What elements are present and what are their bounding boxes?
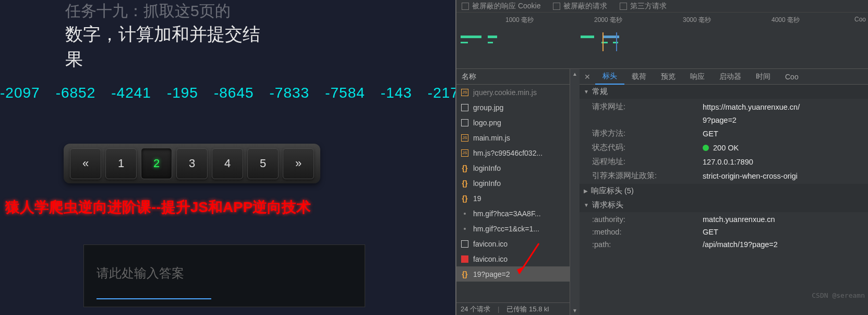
request-row[interactable]: JSjquery.cookie.min.js [456, 85, 570, 100]
tab-预览[interactable]: 预览 [654, 69, 683, 85]
request-name: hm.gif?cc=1&ck=1... [473, 225, 539, 233]
tab-时间[interactable]: 时间 [749, 69, 778, 85]
kv-row: 请求网址:https://match.yuanrenxue.cn/ [580, 100, 868, 114]
kv-row: :authority:match.yuanrenxue.cn [580, 213, 868, 226]
scrollbar[interactable]: ▲ ▼ [570, 69, 580, 315]
number-value: -143 [381, 85, 412, 101]
json-file-icon: {} [461, 270, 469, 278]
kv-value: 200 OK [703, 143, 739, 153]
checkbox-icon [462, 3, 469, 10]
number-value: -6852 [56, 85, 96, 101]
image-file-icon [461, 103, 469, 112]
kv-value: 9?page=2 [703, 116, 737, 124]
timeline-extra: Coo [854, 16, 866, 23]
scroll-down-icon[interactable]: ▼ [570, 306, 580, 315]
tab-Coo[interactable]: Coo [778, 69, 806, 85]
kv-row: 远程地址:127.0.0.1:7890 [580, 155, 868, 169]
kv-key: 引荐来源网址政策: [592, 171, 703, 181]
request-name: main.min.js [473, 134, 510, 142]
request-row[interactable]: group.jpg [456, 100, 570, 115]
tab-启动器[interactable]: 启动器 [712, 69, 749, 85]
promo-link[interactable]: 猿人学爬虫逆向进阶课--提升JS和APP逆向技术 [5, 197, 311, 217]
number-value: -2097 [0, 85, 40, 101]
filter-third-party[interactable]: 第三方请求 [620, 2, 667, 11]
request-name: hm.js?c99546cf032... [473, 149, 542, 157]
page-button-1[interactable]: 1 [105, 148, 137, 179]
kv-key: :authority: [592, 215, 703, 224]
close-button[interactable]: ✕ [580, 73, 595, 81]
checkbox-icon [620, 3, 627, 10]
json-file-icon: {} [461, 194, 469, 203]
request-name: 19?page=2 [473, 270, 510, 278]
page-button-3[interactable]: 3 [176, 148, 208, 179]
section-response-headers[interactable]: ▶响应标头 (5) [580, 184, 868, 198]
kv-key: 请求网址: [592, 102, 703, 112]
watermark: CSDN @sereamn [812, 291, 865, 299]
kv-value: GET [703, 228, 718, 236]
request-name: favicon.ico [473, 240, 508, 248]
transferred-size: 已传输 15.8 kl [507, 305, 549, 314]
tab-载荷[interactable]: 载荷 [624, 69, 654, 85]
number-value: -195 [167, 85, 198, 101]
section-request-headers[interactable]: ▼请求标头 [580, 198, 868, 212]
timeline-tick: 4000 毫秒 [763, 16, 800, 25]
kv-value: strict-origin-when-cross-origi [703, 171, 798, 181]
filter-blocked-request[interactable]: 被屏蔽的请求 [553, 2, 607, 11]
pagination: « 12345 » [64, 144, 320, 183]
request-row[interactable]: {}19?page=2 [456, 266, 570, 282]
number-value: -217 [428, 85, 455, 101]
request-row[interactable]: hm.gif?hca=3AA8F... [456, 206, 570, 221]
request-row[interactable]: {}loginInfo [456, 160, 570, 176]
page-button-5[interactable]: 5 [247, 148, 279, 179]
filter-blocked-cookie[interactable]: 被屏蔽的响应 Cookie [462, 2, 540, 11]
request-name: loginInfo [473, 179, 501, 188]
kv-value: /api/match/19?page=2 [703, 240, 778, 249]
request-row[interactable]: hm.gif?cc=1&ck=1... [456, 221, 570, 236]
kv-key [592, 116, 703, 124]
page-prev-button[interactable]: « [70, 148, 101, 179]
request-row[interactable]: favicon.ico [456, 236, 570, 251]
request-name: jquery.cookie.min.js [473, 88, 537, 97]
page-button-2[interactable]: 2 [141, 148, 172, 179]
tab-标头[interactable]: 标头 [595, 69, 624, 85]
favicon-file-icon [461, 255, 469, 263]
request-row[interactable]: {}19 [456, 191, 570, 206]
request-row[interactable]: JShm.js?c99546cf032... [456, 145, 570, 160]
page-next-button[interactable]: » [283, 148, 314, 179]
number-value: -8645 [214, 85, 254, 101]
timeline-bars [456, 32, 868, 51]
kv-row: 引荐来源网址政策:strict-origin-when-cross-origi [580, 169, 868, 183]
request-row[interactable]: {}loginInfo [456, 176, 570, 191]
scroll-up-icon[interactable]: ▲ [570, 69, 580, 78]
tab-响应[interactable]: 响应 [683, 69, 712, 85]
kv-key: :path: [592, 240, 703, 249]
name-column-header[interactable]: 名称 [456, 69, 570, 85]
timeline[interactable]: 1000 毫秒2000 毫秒3000 毫秒4000 毫秒 Coo [456, 13, 868, 69]
timeline-tick: 2000 毫秒 [586, 16, 622, 25]
triangle-right-icon: ▶ [584, 188, 588, 194]
json-file-icon: {} [461, 179, 469, 188]
task-line-3: 果 [65, 47, 260, 72]
triangle-down-icon: ▼ [584, 89, 589, 95]
request-name: loginInfo [473, 164, 501, 172]
page-button-4[interactable]: 4 [212, 148, 243, 179]
section-general[interactable]: ▼常规 [580, 85, 868, 99]
kv-row: 9?page=2 [580, 114, 868, 126]
request-row[interactable]: favicon.ico [456, 251, 570, 266]
kv-key: 请求方法: [592, 129, 703, 138]
gif-file-icon [461, 225, 469, 233]
kv-value: match.yuanrenxue.cn [703, 215, 775, 224]
number-list: -2097-6852-4241-195-8645-7833-7584-143-2… [0, 85, 455, 101]
request-name: 19 [473, 194, 481, 203]
timeline-tick: 3000 毫秒 [674, 16, 711, 25]
json-file-icon: {} [461, 164, 469, 172]
gif-file-icon [461, 209, 469, 218]
triangle-down-icon: ▼ [584, 202, 589, 208]
number-value: -7833 [270, 85, 310, 101]
kv-value: 127.0.0.1:7890 [703, 157, 753, 167]
kv-row: :method:GET [580, 226, 868, 238]
answer-input[interactable] [97, 298, 211, 299]
request-row[interactable]: JSmain.min.js [456, 130, 570, 145]
kv-key: :method: [592, 228, 703, 236]
request-row[interactable]: logo.png [456, 115, 570, 130]
